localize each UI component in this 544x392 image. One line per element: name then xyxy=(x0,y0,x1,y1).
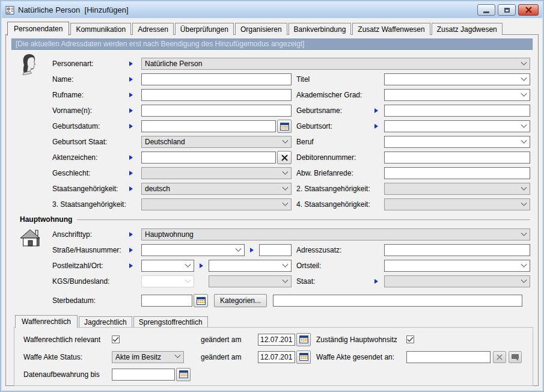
ortsteil-label: Ortsteil: xyxy=(296,262,374,270)
tab-adressen[interactable]: Adressen xyxy=(132,23,174,35)
calendar-icon xyxy=(299,335,308,343)
staatsangehoerigkeit3-select[interactable] xyxy=(141,198,292,210)
zustaendig-label: Zuständig Hauptwohnsitz xyxy=(316,335,406,344)
rufname-input[interactable] xyxy=(141,89,292,101)
tab-bankverbindung[interactable]: Bankverbindung xyxy=(289,23,352,35)
required-icon xyxy=(129,248,133,253)
subtab-jagdrechtlich[interactable]: Jagdrechtlich xyxy=(79,316,132,327)
geburtsname-input[interactable] xyxy=(384,105,530,117)
geburtsort-label: Geburtsort: xyxy=(296,122,374,130)
akte-status-date-input[interactable] xyxy=(258,351,295,363)
beruf-select[interactable] xyxy=(384,136,530,148)
staat-select[interactable] xyxy=(384,275,530,287)
sterbedatum-calendar-button[interactable] xyxy=(194,294,208,307)
titel-label: Titel xyxy=(296,75,374,84)
row-personenart: Personenart: Natürliche Person xyxy=(6,56,538,72)
aktenzeichen-input[interactable] xyxy=(141,152,276,164)
ort-select[interactable] xyxy=(209,260,292,272)
tab-ueberpruefungen[interactable]: Überprüfungen xyxy=(175,23,234,35)
staatsangehoerigkeit2-select[interactable] xyxy=(384,183,530,195)
personenart-select[interactable]: Natürliche Person xyxy=(141,58,530,70)
required-icon xyxy=(250,248,254,253)
window-title: Natürliche Person [Hinzufügen] xyxy=(18,5,129,14)
row-vorname-geburtsname: Vorname(n): Geburtsname: xyxy=(6,103,538,118)
name-input[interactable] xyxy=(141,73,292,85)
required-icon xyxy=(129,124,133,129)
geschlecht-select[interactable] xyxy=(141,167,292,179)
calendar-icon xyxy=(179,370,188,378)
geburtsort-select[interactable] xyxy=(384,120,530,132)
hausnummer-input[interactable] xyxy=(259,244,292,256)
tab-zusatz-jagdwesen[interactable]: Zusatz Jagdwesen xyxy=(432,23,503,35)
chevron-down-icon xyxy=(521,261,527,267)
tab-personendaten[interactable]: Personendaten xyxy=(7,22,69,35)
adresszusatz-input[interactable] xyxy=(384,244,530,256)
row-geburtsdatum-geburtsort: Geburtsdatum: Geburtsort: xyxy=(6,118,538,134)
kgs-label: KGS/Bundesland: xyxy=(52,277,129,286)
required-icon xyxy=(374,124,378,129)
kategorien-button[interactable]: Kategorien... xyxy=(214,294,267,307)
titel-select[interactable] xyxy=(384,73,530,85)
datenaufbewahrung-calendar-button[interactable] xyxy=(176,368,191,381)
vorname-input[interactable] xyxy=(141,105,292,117)
hauptwohnung-section-header: Hauptwohnung xyxy=(6,212,538,227)
subtab-sprengstoffrechtlich[interactable]: Sprengstoffrechtlich xyxy=(133,316,208,327)
person-profile-icon xyxy=(19,54,40,78)
staatsangehoerigkeit-select[interactable]: deutsch xyxy=(141,183,292,195)
check-icon xyxy=(407,337,414,342)
tab-zusatz-waffenwesen[interactable]: Zusatz Waffenwesen xyxy=(352,23,430,35)
chevron-down-icon xyxy=(283,184,289,190)
gesendet-comment-button[interactable] xyxy=(509,351,522,363)
sterbedatum-input[interactable] xyxy=(141,295,192,307)
kategorien-input[interactable] xyxy=(273,295,522,307)
maximize-icon xyxy=(504,8,510,13)
waffen-relevant-checkbox[interactable] xyxy=(112,335,120,343)
chevron-down-icon xyxy=(521,75,527,81)
geburtsdatum-input[interactable] xyxy=(141,120,276,132)
chevron-down-icon xyxy=(521,230,527,236)
geaendert-am-label-2: geändert am xyxy=(201,353,258,361)
tab-kommunikation[interactable]: Kommunikation xyxy=(70,23,131,35)
staat-label: Staat: xyxy=(296,277,374,286)
tab-organisieren[interactable]: Organisieren xyxy=(235,23,287,35)
strasse-select[interactable] xyxy=(141,244,245,256)
close-button[interactable] xyxy=(518,4,539,16)
required-icon xyxy=(129,61,133,66)
aktenzeichen-clear-button[interactable] xyxy=(277,151,292,164)
chevron-down-icon xyxy=(283,168,289,174)
staatsangehoerigkeit-label: Staatsangehörigkeit: xyxy=(52,185,129,193)
row-sterbedatum-kategorien: Sterbedatum: Kategorien... xyxy=(6,293,538,308)
akte-status-select[interactable]: Akte im Besitz xyxy=(112,351,184,363)
zustaendig-checkbox[interactable] xyxy=(406,335,414,343)
close-icon xyxy=(525,7,533,13)
chevron-down-icon xyxy=(283,261,289,267)
relevant-date-input[interactable] xyxy=(258,334,295,346)
relevant-date-calendar-button[interactable] xyxy=(296,333,311,346)
subtab-waffenrechtlich[interactable]: Waffenrechtlich xyxy=(15,315,78,328)
geburtsort-staat-select[interactable]: Deutschland xyxy=(141,136,292,148)
maximize-button[interactable] xyxy=(498,4,516,16)
row-anschrifttyp: Anschrifttyp: Hauptwohnung xyxy=(6,227,538,242)
anschrifttyp-select[interactable]: Hauptwohnung xyxy=(141,228,530,240)
row-waffen-relevant: Waffenrechtlich relevant geändert am Zus… xyxy=(14,331,533,348)
gesendet-clear-button[interactable] xyxy=(493,351,506,363)
bundesland-select[interactable] xyxy=(209,275,292,287)
geburtsort-staat-label: Geburtsort Staat: xyxy=(52,138,129,146)
abw-briefanrede-input[interactable] xyxy=(384,167,530,179)
staatsangehoerigkeit4-select[interactable] xyxy=(384,198,530,210)
akademischer-grad-select[interactable] xyxy=(384,89,530,101)
minimize-button[interactable] xyxy=(477,4,495,16)
postleitzahl-select[interactable] xyxy=(141,260,194,272)
row-plz-ortsteil: Postleitzahl/Ort: Ortsteil: xyxy=(6,258,538,274)
gesendet-an-input[interactable] xyxy=(406,351,491,363)
ortsteil-select[interactable] xyxy=(384,260,530,272)
akte-status-calendar-button[interactable] xyxy=(296,351,311,364)
required-icon xyxy=(129,186,133,191)
x-cross-icon xyxy=(281,154,289,162)
staatsangehoerigkeit4-label: 4. Staatsangehörigkeit: xyxy=(296,200,374,209)
geburtsdatum-calendar-button[interactable] xyxy=(277,120,292,133)
staatsangehoerigkeit3-label: 3. Staatsangehörigkeit: xyxy=(52,200,129,209)
debitorennummer-input[interactable] xyxy=(384,152,530,164)
datenaufbewahrung-input[interactable] xyxy=(112,369,175,381)
waffenrechtlich-panel: Waffenrechtlich relevant geändert am Zus… xyxy=(14,327,533,386)
